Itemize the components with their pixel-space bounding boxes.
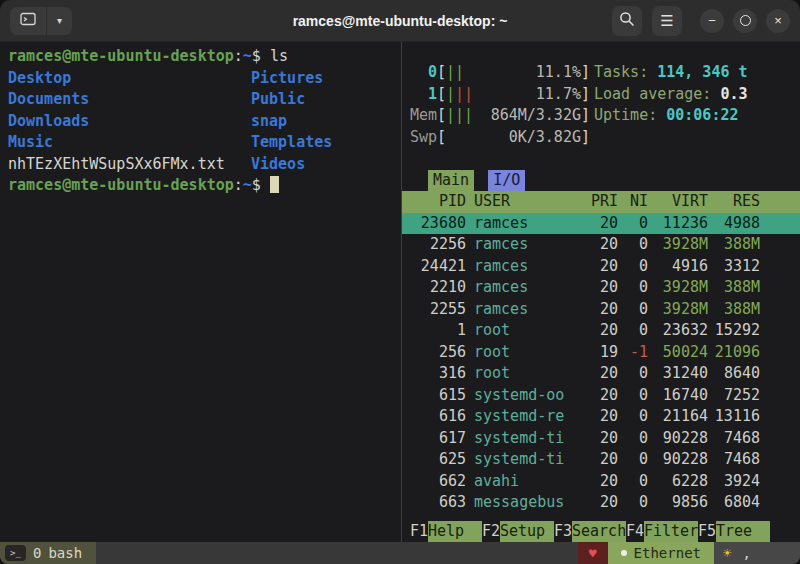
process-virt: 6228: [648, 471, 708, 493]
network-status-segment[interactable]: Ethernet: [608, 542, 714, 564]
window-controls: − ×: [700, 9, 790, 33]
process-res: 4988: [708, 213, 760, 235]
swap-usage-text: 0K/3.82G: [509, 127, 581, 149]
function-key-button[interactable]: F5Tree: [698, 521, 770, 543]
process-row[interactable]: 662 avahi 20 0 6228 3924: [402, 471, 800, 493]
process-virt: 90228: [648, 449, 708, 471]
ls-entry: Desktop: [8, 68, 251, 90]
column-header-pri[interactable]: PRI: [578, 191, 618, 213]
process-row[interactable]: 2255 ramces 20 0 3928M 388M: [402, 299, 800, 321]
battery-status-segment[interactable]: ♥: [578, 542, 608, 564]
process-row[interactable]: 2210 ramces 20 0 3928M 388M: [402, 277, 800, 299]
process-res: 3924: [708, 471, 760, 493]
close-button[interactable]: ×: [766, 9, 790, 33]
column-header-pid[interactable]: PID: [410, 191, 466, 213]
ls-output-row: nhTEzXEhtWSupSXx6FMx.txtVideos: [8, 154, 401, 176]
process-pid: 2210: [410, 277, 466, 299]
column-header-user[interactable]: USER: [466, 191, 578, 213]
process-res: 8640: [708, 363, 760, 385]
htop-tab-bar: Main I/O: [402, 170, 800, 192]
process-user: ramces: [466, 213, 578, 235]
process-res: 7252: [708, 385, 760, 407]
tmux-window-tab[interactable]: >_ 0 bash: [0, 542, 96, 564]
new-tab-split-button: ▾: [10, 7, 72, 35]
process-row[interactable]: 256 root 19 -1 50024 21096: [402, 342, 800, 364]
minimize-button[interactable]: −: [700, 9, 724, 33]
process-row[interactable]: 617 systemd-ti 20 0 90228 7468: [402, 428, 800, 450]
process-nice: 0: [618, 256, 648, 278]
typed-command: ls: [270, 47, 288, 65]
process-user: root: [466, 342, 578, 364]
profiles-chevron-button[interactable]: ▾: [46, 7, 72, 35]
process-res: 388M: [708, 234, 760, 256]
process-row[interactable]: 23680 ramces 20 0 11236 4988: [402, 213, 800, 235]
ls-entry: Templates: [251, 132, 332, 154]
menu-button[interactable]: ☰: [652, 6, 682, 36]
status-separator: ,: [742, 545, 750, 561]
byobu-status-bar: >_ 0 bash ♥ Ethernet ☀ ,: [0, 542, 800, 564]
terminal-icon: [20, 12, 36, 30]
close-icon: ×: [774, 14, 782, 27]
process-priority: 20: [578, 385, 618, 407]
process-pid: 625: [410, 449, 466, 471]
process-row[interactable]: 316 root 20 0 31240 8640: [402, 363, 800, 385]
function-key-button[interactable]: F1Help: [410, 521, 482, 543]
process-priority: 20: [578, 277, 618, 299]
status-right-segment[interactable]: ☀ ,: [714, 542, 800, 564]
memory-bars: |||: [446, 105, 473, 127]
sun-icon: ☀: [723, 545, 731, 561]
ls-entry: snap: [251, 111, 287, 133]
process-pid: 1: [410, 320, 466, 342]
cpu0-percent: 11.1%: [536, 62, 581, 84]
process-priority: 20: [578, 256, 618, 278]
tasks-stat: Tasks: 114, 346 t: [594, 62, 748, 84]
process-pid: 316: [410, 363, 466, 385]
process-pid: 23680: [410, 213, 466, 235]
process-nice: 0: [618, 320, 648, 342]
process-user: systemd-oo: [466, 385, 578, 407]
search-button[interactable]: [612, 6, 642, 36]
new-tab-button[interactable]: [10, 7, 46, 35]
column-header-res[interactable]: RES: [708, 191, 760, 213]
headerbar: ▾ ramces@mte-ubuntu-desktop: ~ ☰ −: [0, 0, 800, 42]
process-pid: 2255: [410, 299, 466, 321]
process-row[interactable]: 24421 ramces 20 0 4916 3312: [402, 256, 800, 278]
process-table-header[interactable]: PID USER PRI NI VIRT RES: [402, 191, 800, 213]
ls-output-row: Downloadssnap: [8, 111, 401, 133]
process-user: systemd-re: [466, 406, 578, 428]
column-header-ni[interactable]: NI: [618, 191, 648, 213]
process-row[interactable]: 616 systemd-re 20 0 21164 13116: [402, 406, 800, 428]
byobu-terminal-icon: >_: [5, 545, 26, 561]
maximize-button[interactable]: [733, 9, 757, 33]
maximize-icon: [740, 15, 751, 26]
process-res: 6804: [708, 492, 760, 514]
cpu0-meter: 0[||11.1%]: [410, 62, 590, 84]
function-key-button[interactable]: F4Filter: [626, 521, 698, 543]
process-user: ramces: [466, 277, 578, 299]
process-row[interactable]: 1 root 20 0 23632 15292: [402, 320, 800, 342]
process-priority: 20: [578, 449, 618, 471]
process-row[interactable]: 625 systemd-ti 20 0 90228 7468: [402, 449, 800, 471]
tab-io[interactable]: I/O: [488, 170, 525, 192]
column-header-virt[interactable]: VIRT: [648, 191, 708, 213]
process-virt: 23632: [648, 320, 708, 342]
minimize-icon: −: [708, 14, 716, 27]
network-label: Ethernet: [634, 545, 701, 561]
process-row[interactable]: 663 messagebus 20 0 9856 6804: [402, 492, 800, 514]
tab-main[interactable]: Main: [428, 170, 474, 192]
htop-pane[interactable]: 0[||11.1%] Tasks: 114, 346 t 1[|||11.7%]…: [402, 42, 800, 542]
process-priority: 20: [578, 320, 618, 342]
ls-entry: Documents: [8, 89, 251, 111]
function-key-button[interactable]: F3Search: [554, 521, 626, 543]
bash-pane[interactable]: ramces@mte-ubuntu-desktop:~$ ls DesktopP…: [0, 42, 401, 542]
process-nice: 0: [618, 299, 648, 321]
blank-row: [402, 148, 800, 170]
process-priority: 20: [578, 299, 618, 321]
function-key-button[interactable]: F2Setup: [482, 521, 554, 543]
process-res: 3312: [708, 256, 760, 278]
process-row[interactable]: 615 systemd-oo 20 0 16740 7252: [402, 385, 800, 407]
ls-output-row: DocumentsPublic: [8, 89, 401, 111]
ls-entry: nhTEzXEhtWSupSXx6FMx.txt: [8, 154, 251, 176]
process-row[interactable]: 2256 ramces 20 0 3928M 388M: [402, 234, 800, 256]
process-priority: 20: [578, 471, 618, 493]
